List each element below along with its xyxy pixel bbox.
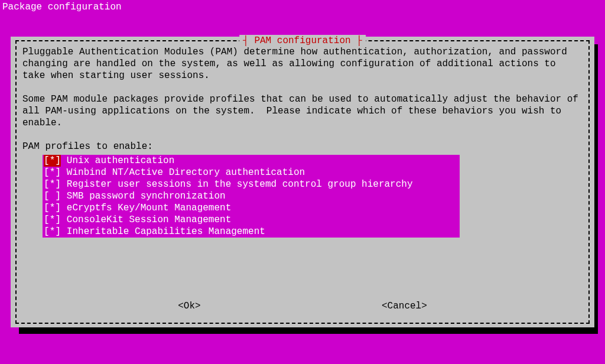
profile-option-label: eCryptfs Key/Mount Management [61, 202, 231, 214]
intro-paragraph-2: Some PAM module packages provide profile… [22, 93, 584, 129]
button-row: <Ok> <Cancel> [17, 300, 588, 312]
blank-line [22, 129, 584, 141]
profile-option[interactable]: [*] ConsoleKit Session Management [43, 214, 460, 226]
profile-option[interactable]: [*] Inheritable Capabilities Management [43, 226, 460, 238]
intro-paragraph-1: Pluggable Authentication Modules (PAM) d… [22, 46, 584, 82]
profile-option-label: ConsoleKit Session Management [61, 214, 231, 226]
dialog-frame: ┤ PAM configuration ├ Pluggable Authenti… [15, 40, 590, 324]
profile-option[interactable]: [*] Unix authentication [43, 155, 460, 167]
checkbox-icon: [ ] [44, 190, 61, 202]
blank-line [22, 82, 584, 93]
checkbox-icon: [*] [44, 214, 61, 226]
checkbox-icon: [*] [44, 155, 61, 167]
checkbox-icon: [*] [44, 226, 61, 238]
checkbox-icon: [*] [44, 178, 61, 190]
profile-option-label: Unix authentication [61, 155, 174, 167]
checkbox-icon: [*] [44, 167, 61, 178]
profile-option-label: Inheritable Capabilities Management [61, 226, 265, 238]
profile-option[interactable]: [*] eCryptfs Key/Mount Management [43, 202, 460, 214]
profile-option[interactable]: [ ] SMB password synchronization [43, 190, 460, 202]
screen-title: Package configuration [0, 0, 605, 14]
dialog: ┤ PAM configuration ├ Pluggable Authenti… [11, 37, 594, 327]
profile-option[interactable]: [*] Register user sessions in the system… [43, 178, 460, 190]
profile-option[interactable]: [*] Winbind NT/Active Directory authenti… [43, 167, 460, 178]
prompt-label: PAM profiles to enable: [22, 141, 584, 152]
profile-option-label: Register user sessions in the systemd co… [61, 178, 412, 190]
profile-option-label: SMB password synchronization [61, 190, 225, 202]
checkbox-icon: [*] [44, 202, 61, 214]
profile-option-label: Winbind NT/Active Directory authenticati… [61, 167, 305, 178]
dialog-title: ┤ PAM configuration ├ [239, 35, 366, 47]
ok-button[interactable]: <Ok> [178, 300, 200, 312]
profiles-list: [*] Unix authentication[*] Winbind NT/Ac… [43, 155, 460, 238]
cancel-button[interactable]: <Cancel> [382, 300, 427, 312]
